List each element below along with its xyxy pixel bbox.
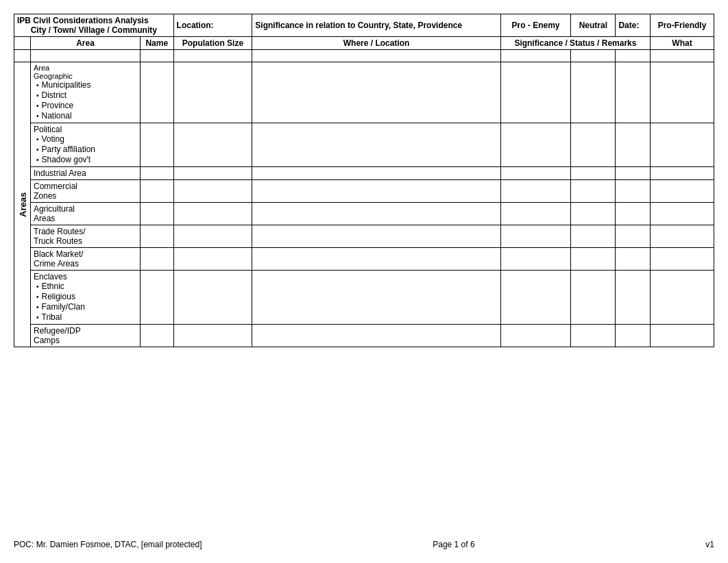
trade-pop (173, 225, 252, 248)
province-label: Province (42, 101, 74, 110)
bullet-national: • (36, 111, 39, 121)
date-cell: Date: (616, 14, 651, 37)
commercial-where (252, 180, 501, 203)
industrial-pro-friendly (651, 167, 714, 180)
pop-col-header: Population Size (173, 37, 252, 50)
refugee-label: Refugee/IDPCamps (34, 326, 137, 345)
geographic-pro-friendly (651, 62, 714, 123)
table-row: Enclaves • Ethnic • Religious • Family/C… (14, 271, 714, 325)
agricultural-label: AgriculturalAreas (34, 204, 137, 223)
title-text: IPB Civil Considerations Analysis (17, 16, 171, 25)
ethnic-item: • Ethnic (36, 282, 137, 292)
political-subitems: • Voting • Party affiliation • Shadow go… (34, 134, 137, 165)
trade-cell: Trade Routes/Truck Routes (31, 225, 141, 248)
party-label: Party affiliation (42, 145, 96, 154)
industrial-neutral (616, 167, 651, 180)
agricultural-where (252, 203, 501, 225)
bullet-family: • (36, 302, 39, 312)
refugee-significance (500, 325, 570, 347)
blackmarket-pro-enemy (571, 248, 616, 271)
political-neutral (616, 123, 651, 167)
blackmarket-pro-friendly (651, 248, 714, 271)
trade-pro-enemy (571, 225, 616, 248)
subtitle-text: City / Town/ Village / Community (17, 25, 171, 35)
geographic-name (141, 62, 174, 123)
refugee-neutral (616, 325, 651, 347)
ethnic-label: Ethnic (42, 282, 64, 291)
table-row: CommercialZones (14, 180, 714, 203)
party-item: • Party affiliation (36, 145, 137, 155)
province-item: • Province (36, 101, 137, 111)
shadow-label: Shadow gov't (42, 155, 91, 164)
trade-name (141, 225, 174, 248)
industrial-cell: Industrial Area (31, 167, 141, 180)
enclaves-label: Enclaves (34, 272, 137, 282)
blackmarket-where (252, 248, 501, 271)
municipalities-item: • Municipalities (36, 80, 137, 90)
significance-col-header: Significance / Status / Remarks (500, 37, 650, 50)
header-row-1: IPB Civil Considerations Analysis City /… (14, 14, 714, 37)
bullet-party: • (36, 145, 39, 155)
enclaves-pro-enemy (571, 271, 616, 325)
industrial-pro-enemy (571, 167, 616, 180)
commercial-significance (500, 180, 570, 203)
agricultural-pro-friendly (651, 203, 714, 225)
bullet-voting: • (36, 134, 39, 145)
municipalities-label: Municipalities (42, 80, 91, 90)
table-row: Political • Voting • Party affiliation •… (14, 123, 714, 167)
main-table: IPB Civil Considerations Analysis City /… (14, 14, 714, 347)
trade-label: Trade Routes/Truck Routes (34, 227, 137, 246)
enclaves-significance (500, 271, 570, 325)
date-label: Date: (618, 21, 639, 30)
agricultural-cell: AgriculturalAreas (31, 203, 141, 225)
bullet-municipalities: • (36, 80, 39, 90)
political-cell: Political • Voting • Party affiliation •… (31, 123, 141, 167)
enclaves-cell: Enclaves • Ethnic • Religious • Family/C… (31, 271, 141, 325)
refugee-name (141, 325, 174, 347)
political-name (141, 123, 174, 167)
bullet-ethnic: • (36, 282, 39, 292)
national-label: National (42, 111, 72, 121)
enclaves-pro-friendly (651, 271, 714, 325)
area-col-header: Area (31, 37, 141, 50)
what-col-header: What (651, 37, 714, 50)
enclaves-name (141, 271, 174, 325)
political-pop (173, 123, 252, 167)
political-where (252, 123, 501, 167)
blackmarket-label: Black Market/Crime Areas (34, 249, 137, 268)
areas-col-header (14, 37, 31, 50)
pro-friendly-header: Pro-Friendly (651, 14, 714, 37)
location-label: Location: (177, 21, 214, 30)
district-item: • District (36, 90, 137, 101)
location-cell: Location: (173, 14, 252, 37)
table-row: Industrial Area (14, 167, 714, 180)
agricultural-significance (500, 203, 570, 225)
page-container: IPB Civil Considerations Analysis City /… (0, 0, 728, 563)
table-row: AgriculturalAreas (14, 203, 714, 225)
geographic-pop (173, 62, 252, 123)
voting-label: Voting (42, 134, 64, 144)
commercial-cell: CommercialZones (31, 180, 141, 203)
location-value-cell: Significance in relation to Country, Sta… (252, 14, 501, 37)
geographic-significance (500, 62, 570, 123)
refugee-where (252, 325, 501, 347)
enclaves-neutral (616, 271, 651, 325)
blackmarket-significance (500, 248, 570, 271)
blackmarket-neutral (616, 248, 651, 271)
political-pro-enemy (571, 123, 616, 167)
industrial-where (252, 167, 501, 180)
spacer-row-1 (14, 50, 714, 62)
tribal-item: • Tribal (36, 312, 137, 323)
footer-version: v1 (705, 540, 714, 549)
geographic-pro-enemy (571, 62, 616, 123)
political-significance (500, 123, 570, 167)
enclaves-subitems: • Ethnic • Religious • Family/Clan • Tri… (34, 282, 137, 323)
trade-significance (500, 225, 570, 248)
geographic-neutral (616, 62, 651, 123)
political-pro-friendly (651, 123, 714, 167)
enclaves-where (252, 271, 501, 325)
table-row: Refugee/IDPCamps (14, 325, 714, 347)
geographic-subitems: • Municipalities • District • Province •… (34, 80, 137, 121)
geographic-label: Geographic (34, 72, 137, 80)
voting-item: • Voting (36, 134, 137, 145)
